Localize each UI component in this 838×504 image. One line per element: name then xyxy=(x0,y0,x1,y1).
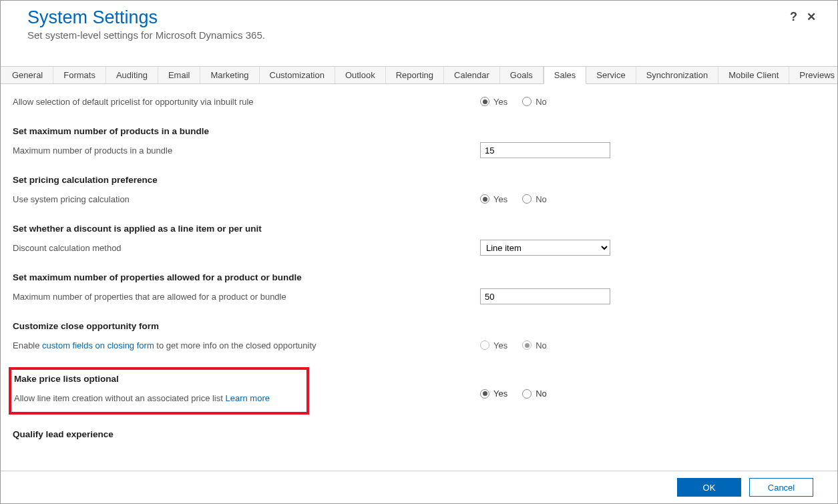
input-max-bundle[interactable] xyxy=(480,142,610,158)
label-max-properties: Maximum number of properties that are al… xyxy=(13,292,480,302)
section-title-max-bundle: Set maximum number of products in a bund… xyxy=(13,126,825,136)
tab-auditing[interactable]: Auditing xyxy=(106,67,158,83)
tab-goals[interactable]: Goals xyxy=(500,67,544,83)
section-title-max-properties: Set maximum number of properties allowed… xyxy=(13,272,825,282)
tab-service[interactable]: Service xyxy=(586,67,636,83)
help-icon[interactable]: ? xyxy=(790,10,797,24)
radio-default-pricelist-yes[interactable]: Yes xyxy=(480,97,507,107)
label-default-pricelist: Allow selection of default pricelist for… xyxy=(13,97,480,107)
label-pricing-pref: Use system pricing calculation xyxy=(13,194,480,204)
section-title-pricing-pref: Set pricing calculation preference xyxy=(13,175,825,185)
radio-default-pricelist-no[interactable]: No xyxy=(522,97,547,107)
tab-general[interactable]: General xyxy=(2,67,53,83)
close-icon[interactable]: ✕ xyxy=(807,10,816,24)
dialog-footer: OK Cancel xyxy=(1,471,837,503)
section-title-close-opp: Customize close opportunity form xyxy=(13,321,825,331)
radio-closeopp-no[interactable]: No xyxy=(522,340,547,350)
label-max-bundle: Maximum number of products in a bundle xyxy=(13,146,480,156)
radio-pricing-yes[interactable]: Yes xyxy=(480,194,507,204)
link-custom-fields-closing-form[interactable]: custom fields on closing form xyxy=(42,340,154,350)
input-max-properties[interactable] xyxy=(480,288,610,304)
radio-pricelists-no[interactable]: No xyxy=(522,389,547,399)
ok-button[interactable]: OK xyxy=(677,478,741,497)
label-discount: Discount calculation method xyxy=(13,243,480,253)
section-title-qualify-lead: Qualify lead experience xyxy=(13,429,825,439)
system-settings-dialog: System Settings Set system-level setting… xyxy=(0,0,838,504)
section-title-default-pricelist: Set whether the default pricelist for an… xyxy=(13,84,825,87)
page-subtitle: Set system-level settings for Microsoft … xyxy=(27,29,811,41)
link-learn-more-price-lists[interactable]: Learn more xyxy=(225,393,269,403)
tabbar: General Formats Auditing Email Marketing… xyxy=(1,66,837,84)
tab-synchronization[interactable]: Synchronization xyxy=(636,67,719,83)
tab-mobile-client[interactable]: Mobile Client xyxy=(718,67,789,83)
page-title: System Settings xyxy=(27,7,811,28)
select-discount-method[interactable]: Line item xyxy=(480,240,610,256)
radio-pricelists-yes[interactable]: Yes xyxy=(480,389,507,399)
highlight-make-price-lists-optional: Make price lists optional Allow line ite… xyxy=(9,367,309,415)
tab-marketing[interactable]: Marketing xyxy=(200,67,259,83)
tab-calendar[interactable]: Calendar xyxy=(444,67,500,83)
content-area[interactable]: Set whether the default pricelist for an… xyxy=(1,84,837,471)
tab-sales[interactable]: Sales xyxy=(544,67,587,84)
radio-closeopp-yes[interactable]: Yes xyxy=(480,340,507,350)
cancel-button[interactable]: Cancel xyxy=(749,478,813,497)
section-title-price-lists-optional: Make price lists optional xyxy=(11,374,306,384)
section-title-discount: Set whether a discount is applied as a l… xyxy=(13,224,825,234)
radio-pricing-no[interactable]: No xyxy=(522,194,547,204)
tab-email[interactable]: Email xyxy=(158,67,201,83)
dialog-header: System Settings Set system-level setting… xyxy=(1,1,837,46)
tab-previews[interactable]: Previews xyxy=(789,67,838,83)
tab-outlook[interactable]: Outlook xyxy=(335,67,386,83)
tab-formats[interactable]: Formats xyxy=(53,67,106,83)
tab-reporting[interactable]: Reporting xyxy=(386,67,444,83)
label-close-opp: Enable custom fields on closing form to … xyxy=(13,340,480,350)
tab-customization[interactable]: Customization xyxy=(260,67,335,83)
